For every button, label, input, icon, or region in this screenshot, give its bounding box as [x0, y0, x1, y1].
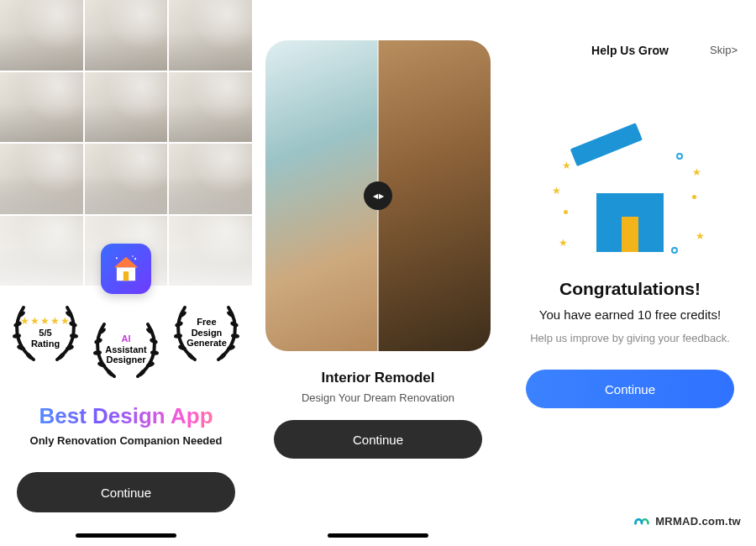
onboarding-screen-welcome: ★★★★★ 5/5 Rating: [0, 0, 252, 546]
gift-illustration: ★ ★ ★ ★ ★: [504, 151, 756, 252]
svg-point-20: [106, 369, 115, 378]
headline-title: Best Design App: [0, 403, 252, 429]
svg-point-14: [65, 344, 74, 351]
watermark-brand: MRMAD.com.tw: [633, 512, 741, 529]
badge-free-text: Free Design Generate: [186, 317, 227, 349]
svg-point-5: [132, 255, 134, 257]
rating-stars: ★★★★★: [20, 316, 71, 326]
confetti-star-icon: ★: [552, 185, 561, 197]
headline-subtitle: Only Renovation Companion Needed: [0, 434, 252, 447]
svg-point-23: [150, 350, 159, 355]
svg-point-35: [218, 352, 228, 361]
onboarding-screen-remodel: Interior Remodel Design Your Dream Renov…: [252, 0, 504, 546]
earned-credits-text: You have earned 10 free credits!: [519, 307, 741, 322]
svg-point-10: [25, 352, 34, 361]
credits-copy: Congratulations! You have earned 10 free…: [504, 279, 756, 344]
badge-ai-text: AI Assistant Designer: [105, 333, 147, 365]
gallery-thumb: [0, 72, 83, 143]
congrats-title: Congratulations!: [519, 279, 741, 299]
confetti-star-icon: ★: [696, 230, 705, 242]
confetti-star-icon: ★: [559, 237, 568, 249]
svg-point-29: [177, 344, 186, 351]
badge-rating: ★★★★★ 5/5 Rating: [8, 301, 82, 365]
badge-rating-text: 5/5 Rating: [31, 328, 60, 349]
svg-point-9: [16, 344, 25, 351]
award-badges-row: ★★★★★ 5/5 Rating: [0, 301, 252, 365]
confetti-ring-icon: [671, 247, 678, 254]
gallery-thumb: [169, 0, 252, 71]
feedback-prompt: Help us improve by giving your feedback.: [519, 332, 741, 344]
skip-button[interactable]: Skip>: [710, 44, 738, 56]
watermark-text: MRMAD.com.tw: [655, 515, 741, 528]
svg-point-33: [231, 333, 239, 339]
svg-point-8: [13, 333, 21, 339]
svg-point-13: [70, 333, 78, 339]
app-icon: [101, 244, 151, 294]
page-header: Help Us Grow Skip>: [504, 44, 756, 56]
gallery-thumb: [85, 0, 168, 71]
before-after-card: [265, 40, 491, 351]
svg-point-32: [229, 321, 239, 328]
svg-point-31: [226, 310, 234, 318]
home-indicator[interactable]: [76, 533, 176, 538]
comparison-slider-handle[interactable]: [364, 181, 392, 210]
after-image: [265, 40, 378, 351]
svg-point-30: [186, 352, 196, 361]
gallery-thumb: [85, 72, 168, 143]
svg-point-34: [226, 344, 235, 351]
gift-lid-icon: [570, 123, 643, 166]
svg-point-27: [174, 321, 183, 328]
gallery-thumb: [169, 72, 252, 143]
mrmad-logo-icon: [633, 512, 650, 529]
continue-button[interactable]: Continue: [526, 370, 734, 408]
svg-point-3: [116, 257, 118, 259]
confetti-dot-icon: [564, 210, 568, 214]
house-icon: [110, 253, 142, 285]
badge-ai-assistant: AI Assistant Designer: [89, 318, 163, 381]
confetti-star-icon: ★: [562, 160, 571, 171]
gift-door-icon: [622, 217, 638, 252]
svg-point-15: [57, 352, 66, 361]
confetti-star-icon: ★: [692, 166, 701, 178]
remodel-copy: Interior Remodel Design Your Dream Renov…: [252, 370, 504, 404]
home-indicator[interactable]: [328, 533, 428, 538]
svg-point-22: [149, 338, 158, 345]
remodel-subtitle: Design Your Dream Renovation: [252, 391, 504, 404]
remodel-title: Interior Remodel: [252, 370, 504, 386]
continue-button[interactable]: Continue: [274, 420, 482, 459]
badge-free-design: Free Design Generate: [170, 301, 244, 365]
svg-point-24: [145, 361, 155, 368]
svg-marker-0: [114, 257, 139, 268]
svg-point-18: [93, 350, 102, 355]
svg-point-17: [93, 338, 102, 345]
svg-point-4: [134, 258, 136, 260]
svg-point-25: [138, 369, 147, 378]
svg-point-28: [174, 333, 182, 339]
welcome-headline-block: Best Design App Only Renovation Companio…: [0, 403, 252, 447]
onboarding-screen-credits: Help Us Grow Skip> ★ ★ ★ ★ ★ Congratulat…: [504, 0, 756, 546]
gift-box-icon: [596, 193, 664, 252]
gallery-thumb: [0, 0, 83, 71]
confetti-ring-icon: [676, 153, 683, 160]
continue-button[interactable]: Continue: [17, 472, 235, 512]
svg-rect-2: [123, 271, 129, 281]
before-image: [378, 40, 491, 351]
confetti-dot-icon: [692, 195, 696, 199]
